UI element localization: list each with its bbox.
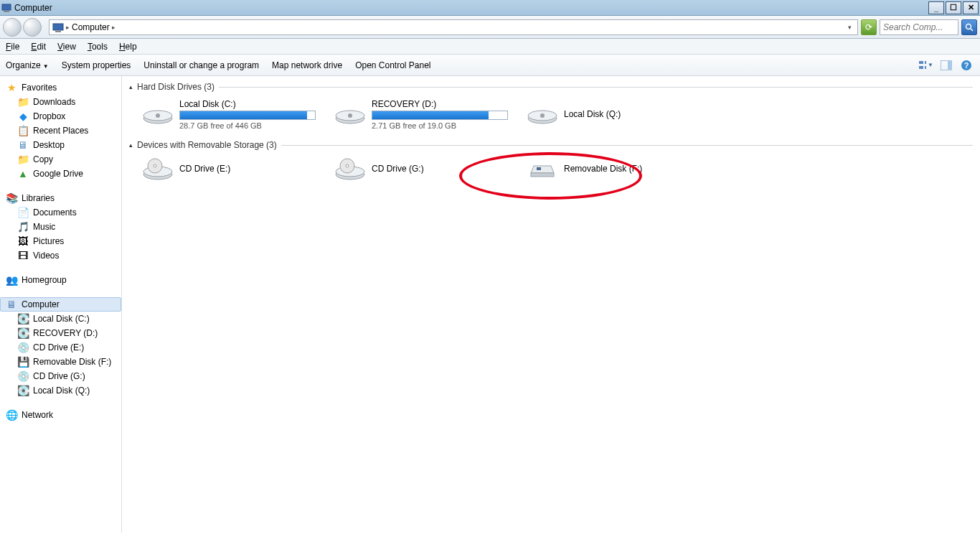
- nav-libraries[interactable]: 📚 Libraries: [0, 191, 121, 205]
- svg-rect-3: [55, 31, 61, 32]
- menu-view[interactable]: View: [57, 42, 76, 52]
- drive-f[interactable]: Removable Disk (F:): [527, 154, 706, 185]
- nav-drive-g[interactable]: 💿CD Drive (G:): [0, 369, 121, 383]
- svg-point-16: [156, 113, 160, 118]
- nav-homegroup-label: Homegroup: [22, 275, 67, 285]
- group-removable-header[interactable]: ▴ Devices with Removable Storage (3): [129, 140, 973, 150]
- drive-g[interactable]: CD Drive (G:): [334, 154, 514, 185]
- open-control-panel-button[interactable]: Open Control Panel: [355, 60, 430, 70]
- hdd-icon: [527, 103, 558, 127]
- folder-icon: 📁: [17, 96, 29, 108]
- menu-file[interactable]: File: [6, 42, 19, 52]
- svg-rect-1: [4, 11, 9, 12]
- nav-favorites[interactable]: ★ Favorites: [0, 80, 121, 95]
- gdrive-icon: ▲: [17, 168, 29, 179]
- drive-c-label: Local Disk (C:): [179, 99, 321, 109]
- star-icon: ★: [6, 82, 17, 93]
- menu-help[interactable]: Help: [119, 42, 137, 52]
- nav-downloads[interactable]: 📁Downloads: [0, 95, 121, 109]
- forward-button[interactable]: [23, 18, 42, 37]
- nav-homegroup[interactable]: 👥 Homegroup: [0, 273, 121, 287]
- nav-music[interactable]: 🎵Music: [0, 220, 121, 234]
- search-button[interactable]: [961, 19, 977, 35]
- svg-text:?: ?: [964, 61, 969, 70]
- drive-d-usage-bar: [372, 111, 508, 120]
- collapse-icon: ▴: [129, 141, 133, 149]
- nav-libraries-label: Libraries: [22, 193, 55, 203]
- search-box[interactable]: [880, 19, 958, 35]
- drive-q[interactable]: Local Disk (Q:): [527, 96, 706, 133]
- svg-rect-32: [537, 167, 541, 170]
- nav-dropbox[interactable]: ◆Dropbox: [0, 109, 121, 123]
- nav-recent-places[interactable]: 📋Recent Places: [0, 123, 121, 138]
- nav-pictures[interactable]: 🖼Pictures: [0, 234, 121, 248]
- videos-icon: 🎞: [17, 250, 29, 261]
- folder-icon: 📁: [17, 154, 29, 165]
- organize-button[interactable]: Organize▼: [6, 60, 49, 70]
- nav-network[interactable]: 🌐 Network: [0, 408, 121, 422]
- drive-f-label: Removable Disk (F:): [564, 164, 706, 174]
- nav-drive-e[interactable]: 💿CD Drive (E:): [0, 340, 121, 355]
- svg-rect-31: [531, 173, 554, 177]
- collapse-icon: ▴: [129, 83, 133, 90]
- drive-q-label: Local Disk (Q:): [564, 109, 706, 119]
- nav-copy[interactable]: 📁Copy: [0, 152, 121, 167]
- nav-computer[interactable]: 🖥 Computer: [0, 297, 121, 312]
- group-hdd-title: Hard Disk Drives (3): [137, 82, 215, 92]
- svg-rect-0: [2, 4, 11, 10]
- maximize-button[interactable]: ☐: [946, 1, 961, 14]
- preview-pane-button[interactable]: [938, 58, 954, 73]
- desktop-icon: 🖥: [17, 139, 29, 151]
- drive-d[interactable]: RECOVERY (D:) 2.71 GB free of 19.0 GB: [334, 96, 514, 133]
- nav-computer-label: Computer: [22, 299, 60, 309]
- drive-d-label: RECOVERY (D:): [372, 99, 514, 109]
- breadcrumb-separator-icon[interactable]: ▸: [112, 24, 116, 31]
- hdd-icon: 💽: [17, 313, 29, 324]
- window-title: Computer: [14, 3, 927, 13]
- drive-c-free: 28.7 GB free of 446 GB: [179, 121, 321, 130]
- search-input[interactable]: [883, 22, 955, 32]
- close-button[interactable]: ✕: [963, 1, 979, 14]
- drive-e[interactable]: CD Drive (E:): [142, 154, 321, 185]
- back-button[interactable]: [3, 18, 22, 37]
- uninstall-program-button[interactable]: Uninstall or change a program: [143, 60, 259, 70]
- nav-drive-c[interactable]: 💽Local Disk (C:): [0, 312, 121, 326]
- breadcrumb-location[interactable]: Computer: [72, 22, 110, 32]
- nav-drive-q[interactable]: 💽Local Disk (Q:): [0, 383, 121, 398]
- refresh-button[interactable]: ⟳: [861, 19, 877, 35]
- nav-google-drive[interactable]: ▲Google Drive: [0, 167, 121, 181]
- music-icon: 🎵: [17, 221, 29, 233]
- pictures-icon: 🖼: [17, 235, 29, 247]
- nav-drive-f[interactable]: 💾Removable Disk (F:): [0, 355, 121, 369]
- svg-line-5: [971, 29, 973, 31]
- system-properties-button[interactable]: System properties: [62, 60, 131, 70]
- svg-rect-11: [948, 60, 952, 70]
- group-hdd-header[interactable]: ▴ Hard Disk Drives (3): [129, 82, 973, 92]
- svg-point-30: [346, 164, 349, 167]
- group-removable-title: Devices with Removable Storage (3): [137, 140, 277, 150]
- drive-g-label: CD Drive (G:): [372, 164, 514, 174]
- svg-point-22: [540, 113, 545, 118]
- network-icon: 🌐: [6, 409, 17, 421]
- drive-c[interactable]: Local Disk (C:) 28.7 GB free of 446 GB: [142, 96, 321, 133]
- nav-documents[interactable]: 📄Documents: [0, 205, 121, 220]
- address-bar[interactable]: ▸ Computer ▸ ▾: [49, 19, 858, 35]
- cd-drive-icon: [142, 157, 174, 182]
- recent-icon: 📋: [17, 125, 29, 136]
- nav-drive-d[interactable]: 💽RECOVERY (D:): [0, 326, 121, 340]
- svg-rect-8: [919, 66, 923, 69]
- menu-edit[interactable]: Edit: [31, 42, 46, 52]
- computer-icon: 🖥: [6, 299, 17, 310]
- view-options-button[interactable]: ▼: [918, 58, 934, 73]
- help-button[interactable]: ?: [958, 58, 974, 73]
- nav-videos[interactable]: 🎞Videos: [0, 248, 121, 263]
- map-network-drive-button[interactable]: Map network drive: [272, 60, 342, 70]
- menu-tools[interactable]: Tools: [88, 42, 108, 52]
- hdd-icon: [334, 103, 366, 127]
- nav-desktop[interactable]: 🖥Desktop: [0, 138, 121, 152]
- cd-icon: 💿: [17, 342, 29, 353]
- hdd-icon: 💽: [17, 327, 29, 339]
- minimize-button[interactable]: _: [928, 1, 944, 14]
- address-dropdown-icon[interactable]: ▾: [845, 24, 854, 31]
- removable-disk-icon: [527, 157, 558, 182]
